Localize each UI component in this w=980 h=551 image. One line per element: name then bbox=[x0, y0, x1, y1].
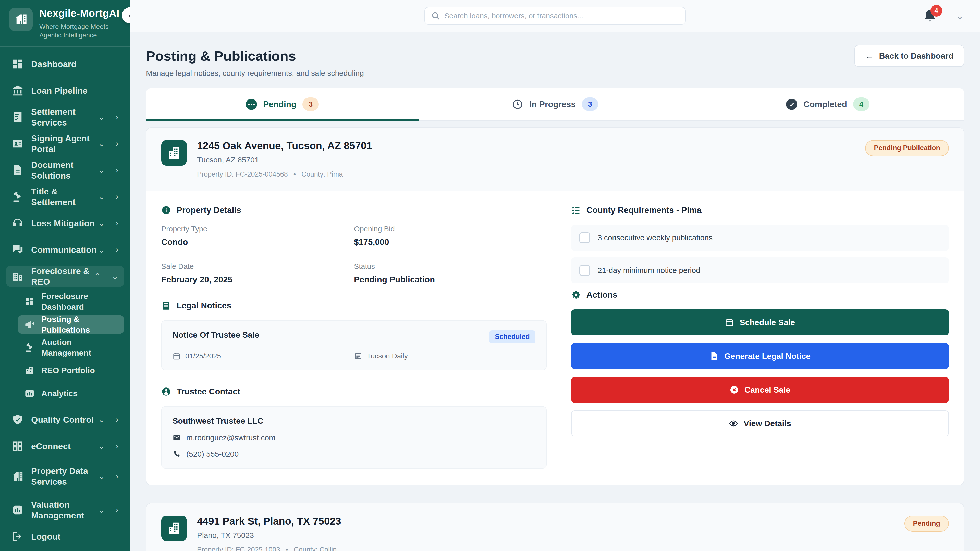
sidebar-item-document-solutions[interactable]: Document Solutions ⌄› bbox=[6, 159, 124, 181]
bullet-separator: • bbox=[293, 170, 296, 178]
grid-icon bbox=[12, 440, 24, 452]
page-title: Posting & Publications bbox=[146, 48, 964, 64]
chevron-right-icon[interactable]: › bbox=[116, 415, 118, 424]
tab-label: Pending bbox=[263, 100, 296, 109]
sidebar-item-signing-agent-portal[interactable]: Signing Agent Portal ⌄› bbox=[6, 133, 124, 154]
sidebar-item-communication[interactable]: Communication ⌄› bbox=[6, 239, 124, 260]
app-title-block: Nexgile-MortgAI Where Mortgage Meets Age… bbox=[39, 8, 119, 40]
logout-button[interactable]: Logout bbox=[0, 524, 130, 551]
sidebar: Nexgile-MortgAI Where Mortgage Meets Age… bbox=[0, 0, 130, 551]
sidebar-item-dashboard[interactable]: Dashboard bbox=[6, 53, 124, 75]
chevron-down-icon[interactable]: ⌄ bbox=[98, 192, 105, 202]
chevron-down-icon[interactable]: ⌄ bbox=[111, 272, 118, 281]
section-title: Property Details bbox=[177, 205, 241, 215]
sidebar-item-label: Foreclosure Dashboard bbox=[41, 291, 118, 312]
requirement-row: 3 consecutive weekly publications bbox=[571, 225, 949, 251]
topbar: 4 ⌄ bbox=[130, 0, 980, 32]
cancel-sale-button[interactable]: Cancel Sale bbox=[571, 377, 949, 403]
sidebar-item-label: eConnect bbox=[31, 441, 71, 451]
chevron-right-icon[interactable]: › bbox=[116, 139, 118, 148]
chevron-down-icon[interactable]: ⌄ bbox=[98, 415, 105, 424]
county-requirements-heading: County Requirements - Pima bbox=[571, 205, 949, 215]
chevron-down-icon[interactable]: ⌄ bbox=[98, 112, 105, 122]
checkbox[interactable] bbox=[579, 265, 590, 276]
property-address: 4491 Park St, Plano, TX 75023 bbox=[197, 516, 341, 527]
field-opening-bid: Opening Bid $175,000 bbox=[354, 225, 547, 247]
chevron-right-icon[interactable]: › bbox=[116, 245, 118, 254]
property-id: Property ID: FC-2025-004568 bbox=[197, 170, 288, 178]
calendar-icon bbox=[725, 318, 734, 327]
status-badge: Pending Publication bbox=[865, 140, 949, 156]
field-status: Status Pending Publication bbox=[354, 262, 547, 284]
chevron-right-icon[interactable]: › bbox=[116, 472, 118, 481]
property-card-body: Property Details Property Type Condo Ope… bbox=[146, 191, 964, 485]
sidebar-item-loss-mitigation[interactable]: Loss Mitigation ⌄› bbox=[6, 213, 124, 234]
sidebar-item-label: Posting & Publications bbox=[41, 314, 118, 335]
chevron-down-icon[interactable]: ⌄ bbox=[98, 218, 105, 228]
property-city: Tucson, AZ 85701 bbox=[197, 156, 372, 164]
sidebar-item-title-settlement[interactable]: Title & Settlement ⌄› bbox=[6, 186, 124, 207]
property-county: County: Pima bbox=[301, 170, 343, 178]
trustee-email[interactable]: m.rodriguez@swtrust.com bbox=[172, 433, 535, 442]
page-header: Posting & Publications Manage legal noti… bbox=[146, 32, 964, 78]
property-meta: Property ID: FC-2025-004568 • County: Pi… bbox=[197, 170, 372, 178]
notifications-button[interactable]: 4 bbox=[923, 9, 937, 23]
chevron-down-icon[interactable]: ⌄ bbox=[98, 165, 105, 175]
sidebar-item-quality-control[interactable]: Quality Control ⌄› bbox=[6, 409, 124, 430]
sidebar-item-posting-publications[interactable]: Posting & Publications bbox=[18, 315, 124, 334]
sidebar-item-reo-portfolio[interactable]: REO Portfolio bbox=[18, 361, 124, 380]
property-meta: Property ID: FC-2025-1003 • County: Coll… bbox=[197, 546, 341, 551]
section-title: Legal Notices bbox=[177, 301, 231, 310]
sidebar-item-auction-management[interactable]: Auction Management bbox=[18, 338, 124, 357]
chevron-right-icon[interactable]: › bbox=[116, 218, 118, 228]
chevron-right-icon[interactable]: › bbox=[116, 505, 118, 515]
property-id: Property ID: FC-2025-1003 bbox=[197, 546, 280, 551]
back-to-dashboard-button[interactable]: ← Back to Dashboard bbox=[854, 45, 964, 67]
tab-completed[interactable]: Completed 4 bbox=[691, 88, 964, 120]
schedule-sale-button[interactable]: Schedule Sale bbox=[571, 310, 949, 335]
sidebar-item-econnect[interactable]: eConnect ⌄› bbox=[6, 435, 124, 457]
eye-icon bbox=[729, 419, 738, 428]
chevron-down-icon[interactable]: ⌄ bbox=[98, 245, 105, 254]
sidebar-item-foreclosure-reo[interactable]: Foreclosure & REO ⌃⌄ bbox=[6, 265, 124, 287]
field-value: Pending Publication bbox=[354, 275, 547, 284]
legal-notice-item[interactable]: Notice Of Trustee Sale Scheduled 01/25/2… bbox=[161, 320, 547, 370]
sidebar-item-loan-pipeline[interactable]: Loan Pipeline bbox=[6, 80, 124, 101]
chevron-right-icon[interactable]: › bbox=[116, 165, 118, 175]
chevron-right-icon[interactable]: › bbox=[116, 112, 118, 122]
bank-icon bbox=[12, 85, 24, 97]
view-details-button[interactable]: View Details bbox=[571, 410, 949, 437]
chevron-right-icon[interactable]: › bbox=[116, 441, 118, 451]
tab-count-badge: 3 bbox=[302, 97, 319, 111]
generate-legal-notice-button[interactable]: Generate Legal Notice bbox=[571, 343, 949, 369]
property-card-1: 1245 Oak Avenue, Tucson, AZ 85701 Tucson… bbox=[146, 127, 964, 486]
clock-icon bbox=[512, 99, 523, 110]
chevron-down-icon[interactable]: ⌄ bbox=[98, 441, 105, 451]
tab-in-progress[interactable]: In Progress 3 bbox=[419, 88, 692, 120]
checkbox[interactable] bbox=[579, 232, 590, 243]
sidebar-item-label: Loan Pipeline bbox=[31, 85, 88, 96]
chevron-down-icon[interactable]: ⌄ bbox=[98, 139, 105, 148]
sidebar-item-property-data-services[interactable]: Property Data Services ⌄› bbox=[6, 462, 124, 491]
sidebar-header: Nexgile-MortgAI Where Mortgage Meets Age… bbox=[0, 0, 130, 46]
trustee-phone[interactable]: (520) 555-0200 bbox=[172, 450, 535, 458]
building-icon bbox=[12, 270, 24, 282]
sidebar-item-foreclosure-dashboard[interactable]: Foreclosure Dashboard bbox=[18, 292, 124, 311]
chevron-down-icon[interactable]: ⌄ bbox=[98, 505, 105, 515]
tab-pending[interactable]: Pending 3 bbox=[146, 88, 419, 120]
chevron-down-icon[interactable]: ⌄ bbox=[98, 472, 105, 481]
building-icon bbox=[161, 140, 187, 165]
search-input[interactable] bbox=[425, 7, 686, 25]
bullet-separator: • bbox=[286, 546, 288, 551]
section-title: County Requirements - Pima bbox=[587, 205, 702, 215]
sidebar-item-analytics[interactable]: Analytics bbox=[18, 384, 124, 403]
chevron-down-icon[interactable]: ⌄ bbox=[956, 11, 964, 21]
status-badge: Pending bbox=[904, 516, 949, 532]
calendar-icon bbox=[172, 352, 181, 360]
sidebar-item-valuation-management[interactable]: Valuation Management ⌄› bbox=[6, 495, 124, 524]
chevron-up-icon[interactable]: ⌃ bbox=[94, 272, 101, 281]
sidebar-item-settlement-services[interactable]: Settlement Services ⌄› bbox=[6, 106, 124, 128]
house-icon bbox=[14, 13, 27, 26]
ellipsis-circle-icon bbox=[246, 99, 257, 110]
chevron-right-icon[interactable]: › bbox=[116, 192, 118, 202]
